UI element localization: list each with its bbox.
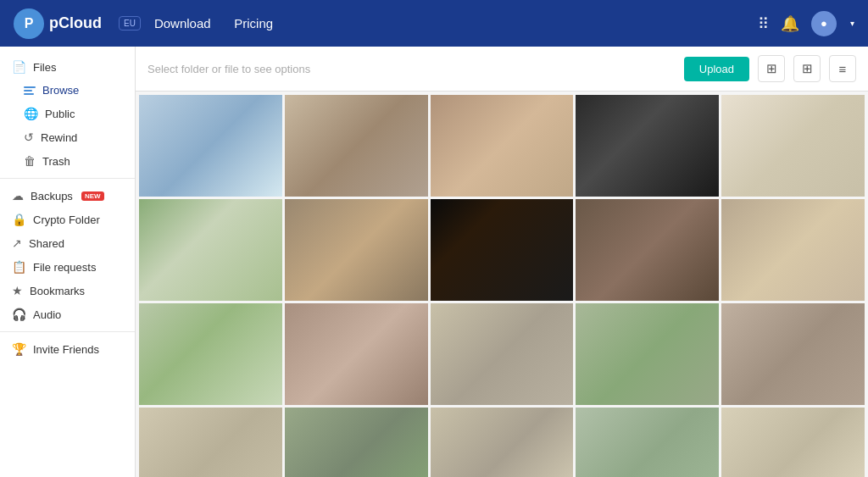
crypto-icon: 🔒 bbox=[12, 213, 26, 226]
photo-grid bbox=[136, 92, 868, 477]
shared-icon: ↗ bbox=[12, 236, 22, 250]
sidebar-item-browse[interactable]: Browse bbox=[0, 79, 135, 102]
avatar-initial: ● bbox=[821, 17, 827, 30]
photo-item[interactable] bbox=[431, 303, 574, 405]
photo-item[interactable] bbox=[431, 408, 574, 477]
sidebar-item-audio[interactable]: 🎧 Audio bbox=[0, 302, 135, 326]
sidebar-crypto-label: Crypto Folder bbox=[33, 214, 100, 226]
photo-item[interactable] bbox=[285, 199, 428, 301]
sidebar-item-trash[interactable]: 🗑 Trash bbox=[0, 149, 135, 173]
browse-icon bbox=[24, 86, 36, 95]
sort-button[interactable]: ≡ bbox=[829, 55, 856, 82]
backups-icon: ☁ bbox=[12, 189, 24, 202]
sidebar-divider-2 bbox=[0, 331, 135, 332]
photo-item[interactable] bbox=[139, 303, 282, 405]
invite-icon: 🏆 bbox=[12, 342, 26, 356]
toolbar-placeholder: Select folder or file to see options bbox=[147, 63, 676, 75]
photo-item[interactable] bbox=[285, 95, 428, 197]
main-layout: 📄 Files Browse 🌐 Public ↺ Rewind bbox=[0, 47, 868, 477]
photo-item[interactable] bbox=[285, 303, 428, 405]
avatar[interactable]: ● bbox=[811, 11, 837, 36]
sidebar-item-backups[interactable]: ☁ Backups NEW bbox=[0, 184, 135, 208]
file-requests-icon: 📋 bbox=[12, 260, 26, 274]
header-icons: ⠿ 🔔 ● ▾ bbox=[758, 11, 854, 36]
sidebar-invite-label: Invite Friends bbox=[33, 343, 99, 356]
photo-item[interactable] bbox=[576, 95, 719, 197]
notification-icon[interactable]: 🔔 bbox=[781, 14, 799, 33]
photo-item[interactable] bbox=[139, 199, 282, 301]
sort-icon: ≡ bbox=[839, 62, 847, 76]
sidebar-trash-label: Trash bbox=[42, 155, 70, 168]
header: P pCloud EU Download Pricing ⠿ 🔔 ● ▾ bbox=[0, 0, 868, 47]
photo-item[interactable] bbox=[139, 408, 282, 477]
sidebar-file-requests-label: File requests bbox=[33, 261, 96, 274]
sidebar-browse-label: Browse bbox=[42, 84, 79, 97]
sidebar-public-label: Public bbox=[45, 108, 75, 120]
logo-letter: P bbox=[25, 16, 34, 31]
audio-icon: 🎧 bbox=[12, 308, 26, 321]
sidebar-files-section: 📄 Files Browse 🌐 Public ↺ Rewind bbox=[0, 55, 135, 173]
sidebar-item-file-requests[interactable]: 📋 File requests bbox=[0, 255, 135, 279]
bookmarks-icon: ★ bbox=[12, 284, 23, 297]
sidebar-rewind-label: Rewind bbox=[41, 131, 77, 144]
nav-download[interactable]: Download bbox=[144, 11, 221, 36]
photo-item[interactable] bbox=[431, 95, 574, 197]
sidebar-shared-label: Shared bbox=[29, 237, 64, 250]
photo-item[interactable] bbox=[721, 199, 865, 301]
sidebar-item-files[interactable]: 📄 Files bbox=[0, 55, 135, 79]
main-nav: Download Pricing bbox=[144, 16, 283, 31]
photo-item[interactable] bbox=[576, 408, 719, 477]
photo-item[interactable] bbox=[576, 303, 719, 405]
sidebar-files-label: Files bbox=[33, 61, 56, 74]
sidebar-audio-label: Audio bbox=[33, 308, 61, 321]
grid-view-button[interactable]: ⊞ bbox=[793, 55, 821, 82]
photo-item[interactable] bbox=[721, 408, 865, 477]
sidebar-item-crypto[interactable]: 🔒 Crypto Folder bbox=[0, 208, 135, 231]
sidebar-item-bookmarks[interactable]: ★ Bookmarks bbox=[0, 279, 135, 302]
sidebar-backups-label: Backups bbox=[31, 190, 73, 202]
new-badge: NEW bbox=[81, 191, 104, 201]
trash-icon: 🗑 bbox=[24, 154, 36, 168]
sidebar-divider-1 bbox=[0, 178, 135, 179]
new-folder-button[interactable]: ⊞ bbox=[758, 55, 785, 82]
sidebar-item-shared[interactable]: ↗ Shared bbox=[0, 231, 135, 255]
toolbar: Select folder or file to see options Upl… bbox=[136, 47, 868, 92]
sidebar-item-rewind[interactable]: ↺ Rewind bbox=[0, 125, 135, 149]
photo-item[interactable] bbox=[285, 408, 428, 477]
sidebar-item-invite[interactable]: 🏆 Invite Friends bbox=[0, 337, 135, 361]
logo[interactable]: P pCloud bbox=[14, 8, 102, 39]
sidebar-bookmarks-label: Bookmarks bbox=[30, 285, 85, 297]
upload-button[interactable]: Upload bbox=[684, 57, 749, 81]
new-folder-icon: ⊞ bbox=[766, 61, 777, 76]
grid-icon[interactable]: ⠿ bbox=[758, 14, 769, 33]
photo-item[interactable] bbox=[721, 303, 865, 405]
file-icon: 📄 bbox=[12, 60, 26, 74]
photo-item[interactable] bbox=[721, 95, 865, 197]
public-icon: 🌐 bbox=[24, 107, 38, 120]
sidebar-item-public[interactable]: 🌐 Public bbox=[0, 102, 135, 125]
photo-item[interactable] bbox=[139, 95, 282, 197]
logo-icon: P bbox=[14, 8, 44, 39]
nav-pricing[interactable]: Pricing bbox=[224, 11, 283, 36]
sidebar: 📄 Files Browse 🌐 Public ↺ Rewind bbox=[0, 47, 136, 477]
eu-badge: EU bbox=[119, 16, 141, 31]
photo-item[interactable] bbox=[576, 199, 719, 301]
rewind-icon: ↺ bbox=[24, 130, 34, 144]
photo-item[interactable] bbox=[431, 199, 574, 301]
logo-text: pCloud bbox=[49, 14, 102, 32]
grid-view-icon: ⊞ bbox=[802, 61, 813, 76]
content-area: Select folder or file to see options Upl… bbox=[136, 47, 868, 477]
avatar-chevron-icon[interactable]: ▾ bbox=[850, 19, 854, 28]
